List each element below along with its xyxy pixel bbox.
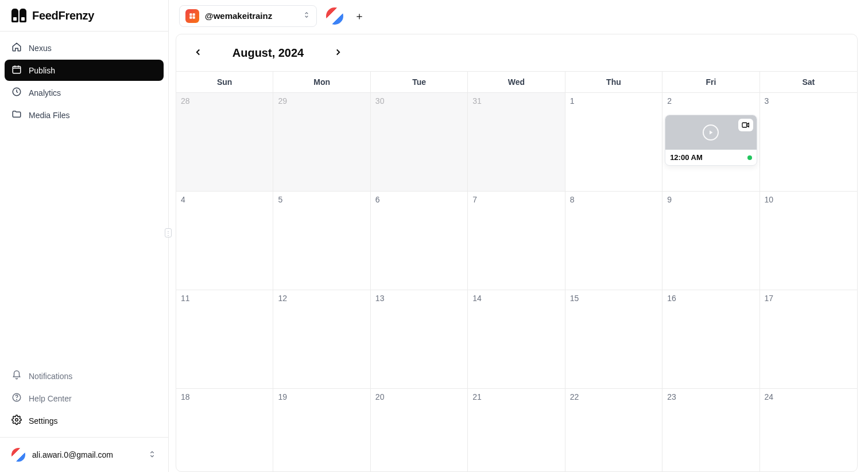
weekday-label: Tue bbox=[371, 72, 468, 92]
day-number: 20 bbox=[375, 392, 463, 401]
calendar-cell[interactable]: 12 bbox=[273, 290, 370, 389]
account-picker[interactable]: @wemakeitrainz bbox=[179, 5, 317, 27]
weekday-label: Mon bbox=[273, 72, 370, 92]
folder-icon bbox=[11, 109, 22, 121]
svg-point-3 bbox=[17, 399, 17, 400]
connected-account-avatar[interactable] bbox=[326, 7, 343, 25]
calendar-cell[interactable]: 22 bbox=[565, 389, 662, 471]
avatar bbox=[11, 448, 25, 462]
calendar-next-button[interactable] bbox=[330, 45, 346, 61]
post-time: 12:00 AM bbox=[670, 153, 703, 162]
nav-label: Help Center bbox=[29, 394, 72, 403]
calendar-cell[interactable]: 21 bbox=[468, 389, 565, 471]
day-number: 24 bbox=[765, 392, 852, 401]
chevron-up-down-icon bbox=[303, 11, 311, 21]
day-number: 18 bbox=[181, 392, 268, 401]
calendar-cell[interactable]: 29 bbox=[273, 93, 370, 192]
nav-item-settings[interactable]: Settings bbox=[5, 410, 164, 431]
calendar-cell[interactable]: 20 bbox=[371, 389, 468, 471]
weekday-label: Sun bbox=[176, 72, 273, 92]
calendar-cell[interactable]: 14 bbox=[468, 290, 565, 389]
gear-icon bbox=[11, 415, 22, 427]
day-number: 23 bbox=[667, 392, 754, 401]
calendar-cell[interactable]: 2 12:00 AM bbox=[662, 93, 760, 192]
calendar-cell[interactable]: 11 bbox=[176, 290, 273, 389]
weekday-label: Fri bbox=[662, 72, 760, 92]
post-meta: 12:00 AM bbox=[665, 150, 756, 165]
bell-icon bbox=[11, 370, 22, 382]
day-number: 22 bbox=[570, 392, 657, 401]
day-number: 28 bbox=[181, 96, 268, 106]
calendar-cell[interactable]: 28 bbox=[176, 93, 273, 192]
day-number: 31 bbox=[472, 96, 560, 106]
post-media-thumbnail bbox=[665, 115, 756, 150]
calendar-cell[interactable]: 24 bbox=[760, 389, 857, 471]
calendar-cell[interactable]: 19 bbox=[273, 389, 370, 471]
day-number: 2 bbox=[667, 96, 754, 106]
day-number: 8 bbox=[570, 195, 657, 204]
calendar-cell[interactable]: 15 bbox=[565, 290, 662, 389]
day-number: 9 bbox=[667, 195, 754, 204]
calendar-cell[interactable]: 3 bbox=[760, 93, 857, 192]
nav-label: Notifications bbox=[29, 372, 72, 381]
day-number: 15 bbox=[570, 294, 657, 303]
nav-item-nexus[interactable]: Nexus bbox=[5, 37, 164, 58]
calendar-cell[interactable]: 16 bbox=[662, 290, 760, 389]
scheduled-post-card[interactable]: 12:00 AM bbox=[665, 115, 757, 166]
day-number: 13 bbox=[375, 294, 463, 303]
nav-label: Analytics bbox=[29, 88, 61, 97]
user-menu[interactable]: ali.awari.0@gmail.com bbox=[0, 437, 168, 472]
calendar-cell[interactable]: 17 bbox=[760, 290, 857, 389]
day-number: 3 bbox=[765, 96, 852, 106]
svg-point-4 bbox=[16, 419, 18, 422]
add-account-button[interactable]: ＋ bbox=[352, 9, 366, 23]
day-number: 14 bbox=[472, 294, 560, 303]
account-platform-icon bbox=[185, 9, 199, 23]
nav-label: Settings bbox=[29, 416, 58, 426]
calendar-panel: August, 2024 Sun Mon Tue Wed Thu Fri Sat… bbox=[176, 34, 858, 472]
calendar-cell[interactable]: 5 bbox=[273, 192, 370, 290]
day-number: 1 bbox=[570, 96, 657, 106]
help-icon bbox=[11, 392, 22, 404]
play-icon bbox=[703, 124, 719, 141]
calendar-cell[interactable]: 7 bbox=[468, 192, 565, 290]
day-number: 29 bbox=[278, 96, 365, 106]
nav-label: Media Files bbox=[29, 111, 70, 120]
logo-icon bbox=[11, 9, 26, 22]
sidebar-resize-handle[interactable] bbox=[165, 228, 172, 237]
calendar-cell[interactable]: 8 bbox=[565, 192, 662, 290]
main-nav: Nexus Publish Analytics Media Files bbox=[0, 32, 168, 360]
calendar-cell[interactable]: 10 bbox=[760, 192, 857, 290]
chevron-right-icon bbox=[333, 47, 343, 59]
brand-header: FeedFrenzy bbox=[0, 0, 168, 32]
weekday-label: Sat bbox=[760, 72, 857, 92]
calendar-cell[interactable]: 9 bbox=[662, 192, 760, 290]
calendar-cell[interactable]: 6 bbox=[371, 192, 468, 290]
day-number: 11 bbox=[181, 294, 268, 303]
day-number: 5 bbox=[278, 195, 365, 204]
calendar-cell[interactable]: 31 bbox=[468, 93, 565, 192]
nav-item-notifications[interactable]: Notifications bbox=[5, 365, 164, 387]
calendar-icon bbox=[11, 64, 22, 76]
calendar-prev-button[interactable] bbox=[190, 45, 206, 61]
day-number: 12 bbox=[278, 294, 365, 303]
nav-item-publish[interactable]: Publish bbox=[5, 60, 164, 81]
account-name: @wemakeitrainz bbox=[205, 11, 297, 21]
day-number: 21 bbox=[472, 392, 560, 401]
calendar-cell[interactable]: 1 bbox=[565, 93, 662, 192]
nav-label: Nexus bbox=[29, 44, 52, 53]
calendar-cell[interactable]: 23 bbox=[662, 389, 760, 471]
nav-item-help-center[interactable]: Help Center bbox=[5, 388, 164, 409]
calendar-cell[interactable]: 4 bbox=[176, 192, 273, 290]
calendar-cell[interactable]: 18 bbox=[176, 389, 273, 471]
footer-nav: Notifications Help Center Settings bbox=[0, 360, 168, 437]
svg-rect-6 bbox=[193, 13, 195, 15]
sidebar: FeedFrenzy Nexus Publish Analytics bbox=[0, 0, 169, 472]
calendar-cell[interactable]: 30 bbox=[371, 93, 468, 192]
nav-item-media-files[interactable]: Media Files bbox=[5, 104, 164, 126]
nav-item-analytics[interactable]: Analytics bbox=[5, 82, 164, 103]
home-icon bbox=[11, 42, 22, 54]
calendar-cell[interactable]: 13 bbox=[371, 290, 468, 389]
svg-rect-9 bbox=[742, 123, 747, 127]
brand-name: FeedFrenzy bbox=[32, 9, 94, 22]
